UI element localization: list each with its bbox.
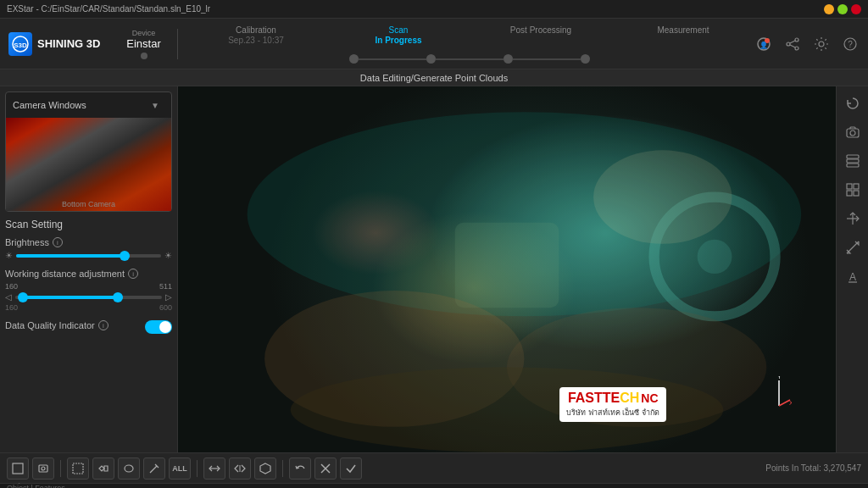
title-text: EXStar - C:/EinStar/CAR/Standan/Standan.… (7, 4, 210, 14)
device-section: Device Einstar (110, 29, 178, 59)
svg-rect-29 (847, 164, 859, 167)
working-dist-info-icon[interactable]: i (128, 269, 138, 279)
help-icon[interactable]: ? (841, 35, 860, 53)
status-bar: Project Information: Object | Features 0… (0, 483, 868, 488)
distance-right-thumb[interactable] (113, 292, 123, 302)
scan-settings-title: Scan Setting (5, 219, 172, 230)
svg-rect-28 (847, 159, 859, 163)
maximize-button[interactable] (837, 4, 848, 14)
dist-min-val: 160 (5, 282, 18, 291)
points-count: 3,270,547 (824, 463, 862, 473)
confirm-button[interactable] (340, 458, 362, 480)
svg-point-6 (787, 42, 790, 46)
sidebar-scale-icon[interactable] (841, 236, 865, 259)
flip-button[interactable] (229, 458, 251, 480)
fasttech-top-row: FASTTECH NC (568, 391, 659, 406)
viewport[interactable]: Y X FASTTECH NC บริษัท ฟาสท์เทค เอ็นซี จ… (178, 86, 836, 452)
sidebar-rotate-icon[interactable] (841, 92, 865, 115)
brightness-thumb[interactable] (120, 251, 130, 261)
sidebar-layers-icon[interactable] (841, 149, 865, 173)
merge-button[interactable] (254, 458, 276, 480)
select-button[interactable] (7, 458, 29, 480)
line-3 (513, 58, 581, 60)
dist-high-icon: ▷ (165, 292, 172, 302)
dq-info-icon[interactable]: i (98, 320, 108, 330)
camera-label: Bottom Camera (62, 200, 115, 208)
pipeline-dots (185, 54, 754, 64)
device-label: Device (132, 29, 156, 37)
working-distance-setting: Working distance adjustment i 160 511 ◁ … (5, 269, 172, 312)
camera-expand-icon[interactable]: ▼ (146, 96, 164, 114)
toolbar: S3D SHINING 3D Device Einstar Calibratio… (0, 19, 868, 69)
svg-point-41 (42, 467, 45, 470)
dist-max-limit: 600 (159, 303, 172, 312)
separator-2 (197, 460, 198, 477)
svg-point-26 (850, 130, 855, 136)
svg-rect-33 (854, 191, 859, 196)
brightness-info-icon[interactable]: i (53, 237, 63, 247)
dist-low-icon: ◁ (5, 292, 12, 302)
main-content: Camera Windows ▼ Bottom Camera Scan Sett… (0, 86, 868, 452)
all-button[interactable]: ALL (169, 458, 191, 480)
svg-text:X: X (789, 400, 792, 406)
scan-value: In Progress (375, 36, 421, 45)
dist-max-val: 511 (159, 282, 172, 291)
dist-min-limit: 160 (5, 303, 18, 312)
calibration-value: Sep.23 - 10:37 (228, 36, 284, 45)
pen-button[interactable] (143, 458, 165, 480)
dot-postprocess (504, 54, 513, 64)
sidebar-text-icon[interactable]: A (841, 264, 865, 288)
transform-button[interactable] (92, 458, 114, 480)
share-icon[interactable] (783, 35, 802, 53)
svg-rect-39 (13, 463, 23, 474)
close-button[interactable] (851, 4, 861, 14)
step-bar: Data Editing/Generate Point Clouds (0, 69, 868, 86)
camera-header: Camera Windows ▼ (6, 92, 171, 118)
distance-track[interactable] (15, 296, 162, 299)
pipeline: Calibration Sep.23 - 10:37 Scan In Progr… (185, 19, 754, 69)
lasso-button[interactable] (118, 458, 140, 480)
sidebar-camera-icon[interactable] (841, 120, 865, 144)
move-button[interactable] (203, 458, 225, 480)
fasttech-text-red: FASTTE (568, 391, 620, 406)
svg-rect-40 (39, 465, 47, 472)
undo-button[interactable] (289, 458, 311, 480)
crop-button[interactable] (67, 458, 89, 480)
pipeline-step-measurement: Measurement (641, 25, 726, 48)
fasttech-wrapper: FASTTECH NC บริษัท ฟาสท์เทค เอ็นซี จำกัด (566, 391, 659, 419)
pipeline-step-scan: Scan In Progress (356, 25, 441, 48)
bottom-toolbar: ALL Poi (0, 452, 868, 483)
svg-line-36 (847, 241, 859, 253)
pipeline-step-calibration: Calibration Sep.23 - 10:37 (214, 25, 298, 48)
data-quality-label: Data Quality Indicator i (5, 320, 108, 330)
distance-slider-row: ◁ ▷ (5, 292, 172, 302)
scan-button[interactable] (32, 458, 54, 480)
delete-button[interactable] (314, 458, 337, 480)
data-quality-setting: Data Quality Indicator i (5, 320, 172, 334)
line-1 (359, 58, 426, 60)
window-controls (824, 4, 861, 14)
data-quality-toggle[interactable] (145, 320, 172, 334)
brightness-track[interactable] (16, 254, 161, 258)
svg-text:👤: 👤 (760, 41, 768, 49)
logo-area: S3D SHINING 3D (8, 32, 110, 56)
sidebar-grid-icon[interactable] (841, 178, 865, 202)
camera-preview: Bottom Camera (6, 118, 171, 211)
object-features-text: Object | Features (7, 484, 210, 489)
distance-labels: 160 511 (5, 282, 172, 291)
svg-text:A: A (849, 271, 855, 283)
fasttech-sub: บริษัท ฟาสท์เทค เอ็นซี จำกัด (566, 407, 659, 419)
settings-icon[interactable] (812, 35, 831, 53)
svg-line-44 (150, 466, 157, 473)
svg-point-43 (125, 465, 133, 472)
distance-left-thumb[interactable] (18, 292, 28, 302)
scan-label: Scan (389, 25, 409, 35)
notifications-icon[interactable]: 👤 (754, 35, 773, 53)
brightness-setting: Brightness i ☀ ☀ (5, 237, 172, 260)
svg-rect-42 (73, 463, 83, 474)
separator-1 (60, 460, 61, 477)
minimize-button[interactable] (824, 4, 834, 14)
sidebar-transform-icon[interactable] (841, 207, 865, 230)
svg-point-5 (795, 38, 798, 42)
measurement-label: Measurement (657, 25, 709, 35)
